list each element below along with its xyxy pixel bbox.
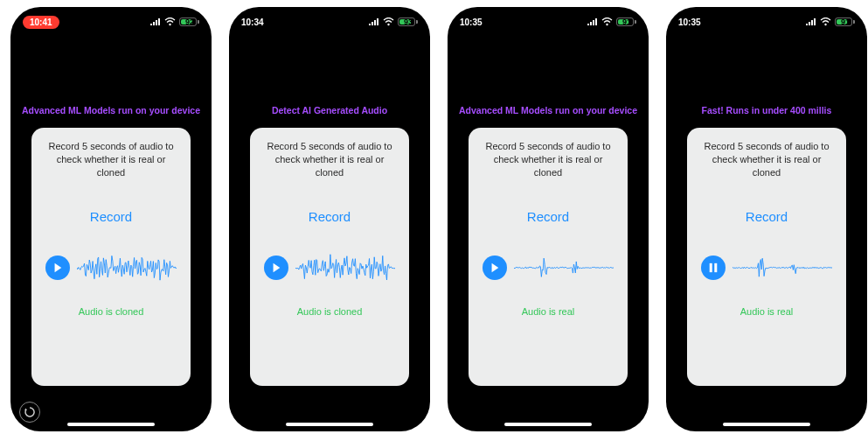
wifi-icon — [601, 18, 613, 26]
status-indicators: 91 — [587, 18, 636, 26]
status-bar: 10:41 92 — [10, 12, 212, 32]
play-icon — [52, 262, 63, 273]
home-indicator[interactable] — [504, 423, 592, 426]
record-button[interactable]: Record — [527, 209, 569, 224]
battery-icon: 93 — [398, 18, 418, 26]
cellular-icon — [587, 18, 598, 25]
waveform-row — [260, 252, 399, 284]
svg-point-3 — [824, 24, 826, 25]
recorder-card: Record 5 seconds of audio to check wheth… — [469, 128, 628, 386]
status-time: 10:41 — [23, 16, 59, 29]
waveform[interactable] — [295, 252, 395, 284]
battery-icon: 92 — [179, 18, 199, 26]
phone-screenshot: 10:34 93 Detect AI Generated AudioRecord… — [229, 7, 430, 431]
home-indicator[interactable] — [723, 423, 810, 426]
svg-point-0 — [169, 24, 170, 25]
phone-screenshot: 10:35 91 Fast! Runs in under 400 millisR… — [666, 7, 867, 431]
feature-headline: Fast! Runs in under 400 millis — [666, 105, 867, 116]
status-bar: 10:35 91 — [666, 12, 867, 32]
play-button[interactable] — [264, 256, 288, 280]
record-button[interactable]: Record — [746, 209, 788, 224]
record-button[interactable]: Record — [309, 209, 351, 224]
status-time: 10:34 — [241, 18, 264, 27]
recorder-card: Record 5 seconds of audio to check wheth… — [31, 128, 191, 386]
pause-button[interactable] — [701, 256, 726, 280]
waveform-row — [479, 252, 617, 284]
waveform-row — [42, 252, 180, 284]
status-bar: 10:35 91 — [448, 12, 649, 32]
feature-headline: Advanced ML Models run on your device — [448, 105, 649, 116]
refresh-button[interactable] — [19, 402, 40, 423]
record-button[interactable]: Record — [90, 209, 132, 224]
waveform-row — [698, 252, 836, 284]
cellular-icon — [806, 18, 816, 25]
play-button[interactable] — [483, 256, 507, 280]
play-icon — [271, 262, 281, 273]
refresh-icon — [24, 407, 35, 417]
feature-headline: Detect AI Generated Audio — [229, 105, 430, 116]
result-label: Audio is real — [522, 306, 575, 317]
wifi-icon — [383, 18, 394, 26]
result-label: Audio is real — [740, 306, 794, 317]
waveform[interactable] — [77, 252, 177, 284]
cellular-icon — [369, 18, 379, 25]
result-label: Audio is cloned — [297, 306, 363, 317]
recorder-card: Record 5 seconds of audio to check wheth… — [687, 128, 846, 386]
phone-screenshot: 10:35 91 Advanced ML Models run on your … — [448, 7, 649, 431]
instruction-text: Record 5 seconds of audio to check wheth… — [264, 140, 395, 179]
waveform[interactable] — [733, 252, 832, 284]
home-indicator[interactable] — [67, 423, 155, 426]
wifi-icon — [820, 18, 831, 26]
svg-point-2 — [606, 24, 608, 25]
instruction-text: Record 5 seconds of audio to check wheth… — [701, 140, 832, 179]
status-indicators: 91 — [806, 18, 855, 26]
status-bar: 10:34 93 — [229, 12, 430, 32]
result-label: Audio is cloned — [79, 306, 144, 317]
svg-point-1 — [387, 24, 389, 25]
wifi-icon — [164, 18, 176, 26]
pause-icon — [708, 262, 719, 273]
status-time: 10:35 — [678, 18, 701, 27]
home-indicator[interactable] — [286, 423, 373, 426]
battery-icon: 91 — [616, 18, 636, 26]
recorder-card: Record 5 seconds of audio to check wheth… — [250, 128, 409, 386]
battery-icon: 91 — [835, 18, 855, 26]
play-button[interactable] — [45, 256, 70, 280]
play-icon — [490, 262, 500, 273]
feature-headline: Advanced ML Models run on your device — [10, 105, 212, 116]
instruction-text: Record 5 seconds of audio to check wheth… — [483, 140, 614, 179]
status-indicators: 92 — [150, 18, 199, 26]
instruction-text: Record 5 seconds of audio to check wheth… — [45, 140, 177, 179]
waveform[interactable] — [514, 252, 614, 284]
cellular-icon — [150, 18, 161, 25]
status-indicators: 93 — [369, 18, 418, 26]
phone-screenshot: 10:41 92 Advanced ML Models run on your … — [10, 7, 212, 431]
status-time: 10:35 — [460, 18, 483, 27]
